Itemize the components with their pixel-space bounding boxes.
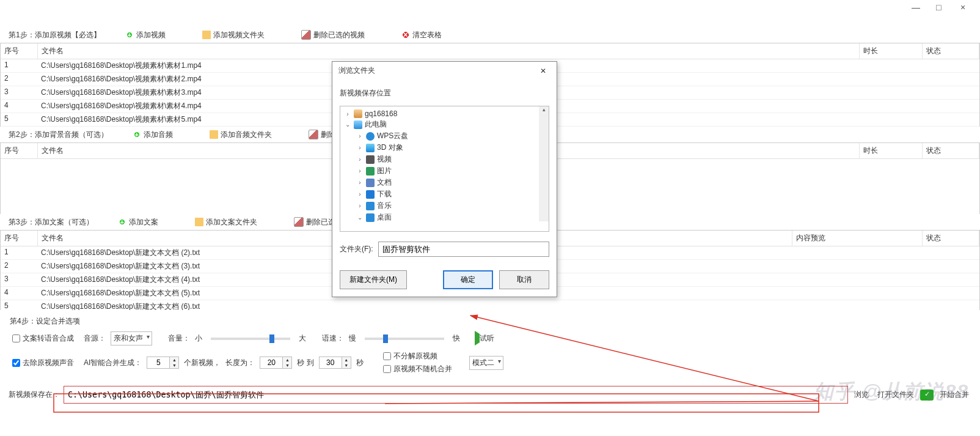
mode-select[interactable]: 模式二 xyxy=(469,356,503,370)
tree-item-user[interactable]: ›gq168168 xyxy=(342,109,547,119)
add-video-button[interactable]: 添加视频 xyxy=(125,30,166,40)
speed-label: 语速： xyxy=(322,333,344,344)
spin-up-icon[interactable]: ▲ xyxy=(170,357,178,363)
delete-text-label: 删除已选 xyxy=(306,217,335,227)
col-index[interactable]: 序号 xyxy=(1,231,38,246)
table-row[interactable]: 5C:\Users\gq168168\Desktop\新建文本文档 (6).tx… xyxy=(1,300,979,310)
col-status[interactable]: 状态 xyxy=(923,43,979,59)
step1-label: 第1步：添加原视频【必选】 xyxy=(9,30,101,40)
maximize-button[interactable]: □ xyxy=(936,4,943,11)
tree-item-pc[interactable]: ⌄此电脑 xyxy=(342,119,547,130)
spin-down-icon[interactable]: ▼ xyxy=(170,363,178,368)
browse-button[interactable]: 浏览 xyxy=(852,387,871,402)
volume-slider[interactable] xyxy=(211,338,290,340)
preview-button[interactable]: 试听 xyxy=(475,333,494,344)
add-audio-folder-button[interactable]: 添加音频文件夹 xyxy=(210,130,272,140)
folder-icon xyxy=(210,130,218,139)
step4-label: 第4步：设定合并选项 xyxy=(10,316,970,327)
speed-fast: 快 xyxy=(453,333,460,344)
spin-up-icon[interactable]: ▲ xyxy=(283,357,291,363)
document-icon xyxy=(366,179,375,187)
music-icon xyxy=(366,202,375,210)
length-from-input[interactable]: ▲▼ xyxy=(260,357,292,369)
step3-label: 第3步：添加文案（可选） xyxy=(9,217,93,227)
minimize-button[interactable]: — xyxy=(912,4,919,11)
length-to-input[interactable]: ▲▼ xyxy=(319,357,351,369)
spin-down-icon[interactable]: ▼ xyxy=(283,363,291,368)
cancel-button[interactable]: 取消 xyxy=(499,270,549,289)
voice-select[interactable]: 亲和女声 xyxy=(111,331,152,345)
check-icon xyxy=(920,390,934,401)
ok-button[interactable]: 确定 xyxy=(443,270,493,289)
save-path-input[interactable] xyxy=(64,386,848,404)
col-duration[interactable]: 时长 xyxy=(860,143,923,158)
preview-label: 试听 xyxy=(480,334,494,342)
cube-icon xyxy=(366,144,375,152)
add-text-button[interactable]: 添加文案 xyxy=(118,217,158,227)
tree-item-desktop[interactable]: ⌄桌面 xyxy=(342,212,547,223)
clear-table-button[interactable]: 清空表格 xyxy=(401,30,442,40)
col-index[interactable]: 序号 xyxy=(1,143,38,158)
speed-slider[interactable] xyxy=(365,338,444,340)
spin-down-icon[interactable]: ▼ xyxy=(342,363,351,368)
sec-to: 秒 到 xyxy=(297,358,313,368)
col-status[interactable]: 状态 xyxy=(923,231,979,246)
folder-icon xyxy=(195,218,203,226)
add-text-folder-label: 添加文案文件夹 xyxy=(206,217,257,227)
tree-item-3d[interactable]: ›3D 对象 xyxy=(342,142,547,153)
folder-tree[interactable]: ›gq168168 ⌄此电脑 ›WPS云盘 ›3D 对象 ›视频 ›图片 ›文档… xyxy=(340,106,549,232)
video-table-header: 序号 文件名 时长 状态 xyxy=(1,43,979,59)
tree-item-music[interactable]: ›音乐 xyxy=(342,200,547,212)
col-status[interactable]: 状态 xyxy=(923,143,979,158)
desktop-icon xyxy=(366,213,375,222)
col-index[interactable]: 序号 xyxy=(1,43,38,59)
col-filename[interactable]: 文件名 xyxy=(38,43,860,59)
add-video-label: 添加视频 xyxy=(136,30,166,40)
add-video-folder-label: 添加视频文件夹 xyxy=(213,30,265,40)
speed-slow: 慢 xyxy=(349,333,356,344)
tree-item-download[interactable]: ›下载 xyxy=(342,188,547,200)
tree-item-video[interactable]: ›视频 xyxy=(342,153,547,165)
cloud-icon xyxy=(366,132,375,141)
save-label: 新视频保存在： xyxy=(9,390,60,400)
step4-panel: 第4步：设定合并选项 文案转语音合成 音源： 亲和女声 音量： 小 大 语速： … xyxy=(0,310,980,382)
col-duration[interactable]: 时长 xyxy=(860,43,923,59)
dialog-subtitle: 新视频保存位置 xyxy=(340,88,549,98)
tree-item-doc[interactable]: ›文档 xyxy=(342,177,547,188)
remove-audio-checkbox[interactable]: 去除原视频声音 xyxy=(10,357,74,369)
new-folder-button[interactable]: 新建文件夹(M) xyxy=(340,270,407,289)
delete-icon xyxy=(301,30,311,40)
close-button[interactable]: × xyxy=(960,4,968,11)
scrollbar[interactable] xyxy=(539,106,549,221)
volume-small: 小 xyxy=(195,333,202,344)
col-preview[interactable]: 内容预览 xyxy=(792,231,923,246)
open-folder-button[interactable]: 打开文件夹 xyxy=(875,387,916,402)
start-merge-button[interactable]: 开始合并 xyxy=(937,387,971,402)
add-audio-button[interactable]: 添加音频 xyxy=(133,130,173,140)
save-row: 新视频保存在： 浏览 打开文件夹 开始合并 xyxy=(0,382,980,407)
step1-toolbar: 第1步：添加原视频【必选】 添加视频 添加视频文件夹 删除已选的视频 清空表格 xyxy=(0,27,980,43)
tree-item-wps[interactable]: ›WPS云盘 xyxy=(342,130,547,142)
folder-icon xyxy=(202,31,211,39)
no-split-checkbox[interactable]: 不分解原视频 xyxy=(381,350,452,362)
video-icon xyxy=(366,155,375,164)
add-text-folder-button[interactable]: 添加文案文件夹 xyxy=(195,217,257,227)
delete-video-button[interactable]: 删除已选的视频 xyxy=(301,30,365,40)
tree-item-image[interactable]: ›图片 xyxy=(342,165,547,177)
clear-table-label: 清空表格 xyxy=(412,30,442,40)
add-video-folder-button[interactable]: 添加视频文件夹 xyxy=(202,30,265,40)
dialog-close-button[interactable]: ✕ xyxy=(536,67,550,75)
download-icon xyxy=(366,190,375,199)
voice-label: 音源： xyxy=(84,333,106,344)
tts-checkbox[interactable]: 文案转语音合成 xyxy=(10,333,74,344)
delete-text-button[interactable]: 删除已选 xyxy=(294,217,335,227)
step2-label: 第2步：添加背景音频（可选） xyxy=(9,130,108,140)
add-icon xyxy=(125,31,134,39)
spin-up-icon[interactable]: ▲ xyxy=(342,357,351,363)
folder-name-input[interactable] xyxy=(378,242,549,257)
add-text-label: 添加文案 xyxy=(129,217,158,227)
browse-folder-dialog: 浏览文件夹 ✕ 新视频保存位置 ›gq168168 ⌄此电脑 ›WPS云盘 ›3… xyxy=(332,61,557,297)
ai-count-input[interactable]: ▲▼ xyxy=(147,357,179,369)
sec-label: 秒 xyxy=(356,358,364,368)
no-random-checkbox[interactable]: 原视频不随机合并 xyxy=(381,363,452,375)
